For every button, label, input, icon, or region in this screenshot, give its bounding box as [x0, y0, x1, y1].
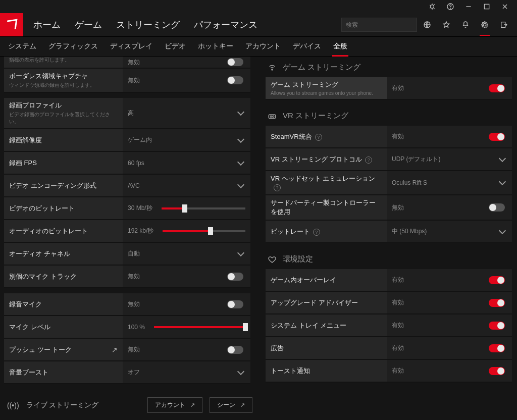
slider[interactable]	[154, 326, 245, 328]
toggle-field: 無効	[123, 57, 250, 68]
nav-home[interactable]: ホーム	[33, 19, 61, 31]
toggle-field: 有効	[387, 269, 512, 291]
slider[interactable]	[162, 207, 245, 209]
toggle[interactable]	[227, 273, 243, 281]
value-text: 無効	[128, 58, 140, 67]
toggle[interactable]	[489, 322, 505, 330]
settings-icon[interactable]	[481, 21, 489, 29]
toggle[interactable]	[227, 76, 243, 84]
setting-row: マイク レベル100 %	[4, 316, 250, 339]
dropdown[interactable]: ゲーム内	[123, 129, 250, 151]
setting-row: システム トレイ メニュー有効	[266, 314, 512, 337]
help-icon[interactable]: ?	[313, 229, 320, 236]
reset-icon[interactable]	[508, 37, 510, 56]
section-preferences: 環境設定	[266, 248, 512, 269]
toggle[interactable]	[489, 203, 505, 212]
account-button[interactable]: アカウント↗	[147, 397, 202, 413]
toggle[interactable]	[489, 276, 505, 284]
svg-point-7	[272, 69, 273, 70]
slider-field: 30 Mb/秒	[123, 197, 250, 219]
tab-system[interactable]: システム	[7, 37, 37, 56]
svg-point-9	[270, 116, 272, 117]
setting-label: オーディオのビットレート	[4, 220, 123, 242]
live-streaming-bar: ((•))ライブ ストリーミングアカウント↗シーン↗	[4, 391, 253, 420]
help-icon[interactable]: ?	[365, 156, 372, 164]
setting-row: 別個のマイク トラック無効	[4, 266, 250, 288]
setting-row: SteamVR統合?有効	[266, 126, 512, 148]
setting-label: VR ストリーミング プロトコル?	[266, 148, 387, 170]
maximize-icon[interactable]	[483, 3, 491, 11]
toggle[interactable]	[489, 133, 505, 141]
setting-row: ゲーム ストリーミングAllows you to stream games on…	[266, 77, 512, 100]
dropdown[interactable]: 高	[123, 98, 250, 128]
setting-label: 音量ブースト	[4, 361, 123, 383]
bug-icon[interactable]	[428, 3, 436, 11]
tab-display[interactable]: ディスプレイ	[109, 37, 153, 56]
tab-general[interactable]: 全般	[332, 37, 348, 56]
value-text: 有効	[392, 298, 404, 307]
toggle-field: 有効	[387, 360, 512, 382]
setting-label: マイク レベル	[4, 316, 123, 338]
setting-label: システム トレイ メニュー	[266, 314, 387, 336]
search-box[interactable]	[341, 18, 417, 32]
setting-label: 録画解像度	[4, 129, 123, 151]
star-icon[interactable]	[442, 21, 450, 29]
help-icon[interactable]: ?	[274, 184, 281, 191]
tab-device[interactable]: デバイス	[292, 37, 322, 56]
close-icon[interactable]	[501, 3, 509, 11]
minimize-icon[interactable]	[464, 3, 473, 11]
toggle[interactable]	[227, 300, 243, 308]
setting-row: VR ヘッドセット エミュレーション?Oculus Rift S	[266, 171, 512, 195]
setting-label: 指標の表示を許可します。	[4, 57, 123, 68]
toggle[interactable]	[489, 299, 505, 307]
dropdown[interactable]: オフ	[123, 361, 250, 383]
tab-hotkey[interactable]: ホットキー	[197, 37, 234, 56]
toggle-field: 有効	[387, 77, 512, 99]
dropdown[interactable]: UDP (デフォルト)	[387, 148, 512, 170]
nav-perf[interactable]: パフォーマンス	[194, 19, 257, 31]
setting-row: 広告有効	[266, 337, 512, 360]
value-text: 30 Mb/秒	[128, 204, 152, 213]
share-icon[interactable]: ↗	[112, 346, 118, 354]
tab-account[interactable]: アカウント	[244, 37, 282, 56]
dropdown[interactable]: Oculus Rift S	[387, 171, 512, 194]
bell-icon[interactable]	[461, 21, 470, 29]
toggle[interactable]	[227, 346, 243, 354]
nav-streaming[interactable]: ストリーミング	[116, 19, 180, 31]
setting-label: 広告	[266, 337, 387, 359]
setting-row: サードパーティー製コントローラーを使用無効	[266, 195, 512, 221]
globe-icon[interactable]	[423, 21, 431, 29]
toggle-field: 無効	[387, 195, 512, 220]
setting-row: アップグレード アドバイザー有効	[266, 292, 512, 314]
value-text: 無効	[128, 345, 140, 354]
setting-label: プッシュ ツー トーク↗	[4, 339, 123, 360]
dropdown[interactable]: 自動	[123, 243, 250, 265]
dropdown[interactable]: 中 (50 Mbps)	[387, 221, 512, 242]
toggle[interactable]	[489, 344, 505, 352]
help-icon[interactable]: ?	[315, 134, 322, 141]
dropdown[interactable]: AVC	[123, 175, 250, 196]
scene-button[interactable]: シーン↗	[210, 397, 252, 413]
setting-label: VR ヘッドセット エミュレーション?	[266, 171, 387, 194]
slider[interactable]	[163, 230, 245, 232]
live-title: ライブ ストリーミング	[26, 401, 99, 410]
toggle[interactable]	[227, 58, 243, 66]
toggle-field: 無効	[123, 293, 250, 315]
slider-field: 100 %	[123, 316, 250, 338]
tab-graphics[interactable]: グラフィックス	[47, 37, 99, 56]
toggle[interactable]	[489, 84, 505, 92]
value-text: 無効	[128, 272, 140, 281]
value-text: 高	[128, 109, 134, 118]
setting-label: ボーダレス領域キャプチャウィンドウ領域の録画を許可します。	[4, 69, 123, 92]
exit-icon[interactable]	[500, 21, 508, 29]
setting-row: 音量ブーストオフ	[4, 361, 250, 384]
search-input[interactable]	[346, 21, 422, 28]
toggle[interactable]	[489, 367, 505, 375]
setting-label: 録画 FPS	[4, 152, 123, 174]
tab-video[interactable]: ビデオ	[164, 37, 187, 56]
value-text: 有効	[392, 344, 404, 352]
nav-game[interactable]: ゲーム	[75, 19, 102, 31]
dropdown[interactable]: 60 fps	[123, 152, 250, 174]
svg-point-10	[273, 116, 274, 117]
help-icon[interactable]	[446, 3, 454, 11]
